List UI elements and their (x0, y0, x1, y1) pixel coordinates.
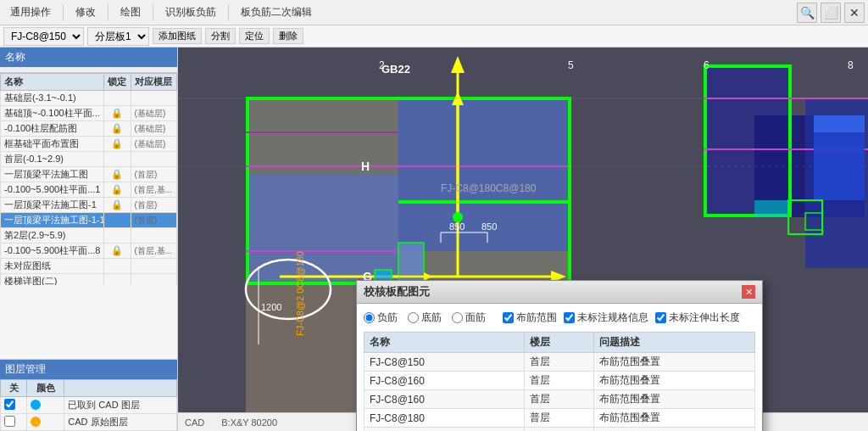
dlg-cell-floor: 普层 (524, 409, 594, 428)
layer-floor: (基础层) (131, 106, 176, 121)
color-label: CAD 原始图层 (64, 414, 177, 431)
menu-modify[interactable]: 修改 (69, 3, 103, 21)
svg-text:5: 5 (568, 59, 574, 71)
split-btn[interactable]: 分割 (205, 28, 236, 44)
col-name: 名称 (1, 74, 104, 91)
cb-range[interactable]: 布筋范围 (503, 311, 557, 325)
locate-btn[interactable]: 定位 (239, 28, 270, 44)
layer-row[interactable]: 一层顶梁平法施工图 🔒 (首层) (1, 167, 177, 182)
layer-lock (104, 152, 131, 167)
dialog-table-row[interactable]: FJ-C8@160 首层 布筋范围叠置 (364, 390, 755, 409)
radio-neg-rebar[interactable]: 负筋 (364, 311, 398, 325)
right-icons: 🔍 ⬜ ✕ (797, 0, 868, 25)
dlg-col-issue: 问题描述 (594, 333, 755, 353)
zoom-icon[interactable]: 🔍 (797, 3, 817, 23)
layer-row[interactable]: 一层顶梁平法施工图-1-1 (首层) (1, 213, 177, 228)
close-icon[interactable]: ✕ (844, 3, 865, 23)
layer-name: -0.100~5.900柱平面...1 (1, 182, 104, 198)
second-toolbar: FJ-C8@150 分层板1 添加图纸 分割 定位 删除 (0, 25, 868, 48)
dlg-cell-issue: 布筋范围叠置 (594, 353, 755, 372)
layer-table: 名称 锁定 对应模层 基础层(-3.1~-0.1) 基础顶~-0.100柱平面.… (0, 73, 177, 285)
layer-lock: 🔒 (104, 121, 131, 137)
dlg-cell-name: FJ-C8@150 (364, 353, 525, 372)
dialog-content: 负筋 底筋 面筋 布筋范围 未标注规格信息 (357, 304, 762, 431)
layer-floor (131, 274, 176, 286)
dlg-cell-floor: 首层 (524, 390, 594, 409)
dlg-cell-name: FJ-C8@160 (364, 372, 525, 390)
layer-lock: 🔒 (104, 198, 131, 213)
layer-row[interactable]: 第2层(2.9~5.9) (1, 228, 177, 243)
layer-floor: (首层,基... (131, 182, 176, 198)
rebar-dropdown[interactable]: FJ-C8@150 (3, 27, 84, 46)
col-check: 关 (1, 380, 27, 397)
dialog-title-bar[interactable]: 校核板配图元 ✕ (357, 281, 762, 304)
svg-rect-52 (814, 132, 865, 200)
layer-name: 楼梯详图(二) (1, 274, 104, 286)
checkbox-group: 布筋范围 未标注规格信息 未标注伸出长度 (503, 311, 740, 325)
color-row: 已取到 CAD 图层 (1, 397, 177, 414)
col-desc (64, 380, 177, 397)
layer-floor: (基础层) (131, 121, 176, 137)
layer-row[interactable]: 基础顶~-0.100柱平面... 🔒 (基础层) (1, 106, 177, 121)
svg-text:FJ-C8@180C8@180: FJ-C8@180C8@180 (441, 182, 537, 194)
window-icon[interactable]: ⬜ (821, 3, 841, 23)
menu-identify[interactable]: 识别板负筋 (159, 3, 223, 21)
menu-general[interactable]: 通用操作 (3, 3, 58, 21)
sep3 (153, 4, 153, 21)
layer-floor: (首层) (131, 167, 176, 182)
delete-btn[interactable]: 删除 (273, 28, 303, 44)
coordinates: B:X&Y 80200 (221, 417, 277, 428)
layer-row[interactable]: -0.100~5.900柱平面...1 🔒 (首层,基... (1, 182, 177, 198)
layer-row[interactable]: 框基础平面布置图 🔒 (基础层) (1, 137, 177, 152)
col-floor: 对应模层 (131, 74, 176, 91)
dialog-table-row[interactable]: FJ-C8@160 首层 布筋范围叠置 (364, 372, 755, 390)
svg-rect-16 (704, 64, 788, 68)
menu-edit2[interactable]: 板负筋二次编辑 (234, 3, 319, 21)
radio-top-rebar[interactable]: 面筋 (452, 311, 486, 325)
color-check-cell[interactable] (1, 414, 27, 431)
layer-lock (104, 259, 131, 274)
layer-scroll[interactable]: 名称 锁定 对应模层 基础层(-3.1~-0.1) 基础顶~-0.100柱平面.… (0, 73, 177, 285)
dialog-table-row[interactable]: FJ-C8@150 首层 布筋范围叠置 (364, 353, 755, 372)
sep1 (63, 4, 64, 21)
radio-top-label: 面筋 (465, 311, 486, 325)
dialog-table-row[interactable]: FJ-C8@180 普层 布筋范围叠置 (364, 409, 755, 428)
svg-rect-14 (704, 64, 707, 217)
svg-rect-10 (246, 97, 249, 285)
layer-row[interactable]: 基础层(-3.1~-0.1) (1, 91, 177, 106)
layer-panel-header: 名称 (0, 48, 177, 67)
radio-row: 负筋 底筋 面筋 布筋范围 未标注规格信息 (364, 311, 755, 325)
svg-text:FJ-C8@2 0C8@180: FJ-C8@2 0C8@180 (295, 251, 305, 336)
dlg-cell-issue: 布筋范围叠置 (594, 428, 755, 432)
layer-row[interactable]: -0.100柱层配筋图 🔒 (基础层) (1, 121, 177, 137)
menu-draw[interactable]: 绘图 (114, 3, 147, 21)
cb-unlabeled-spec[interactable]: 未标注规格信息 (564, 311, 648, 325)
color-table: 关 颜色 已取到 CAD 图层 CAD 原始图层 (0, 379, 177, 431)
layer-lock: 🔒 (104, 243, 131, 259)
cb-unlabeled-extend[interactable]: 未标注伸出长度 (655, 311, 740, 325)
dlg-col-floor: 楼层 (524, 333, 594, 353)
layer-lock: 🔒 (104, 167, 131, 182)
svg-text:850: 850 (449, 221, 465, 232)
layer-lock (104, 91, 131, 106)
layer-floor (131, 152, 176, 167)
layer-dropdown[interactable]: 分层板1 (87, 27, 149, 46)
svg-rect-13 (398, 200, 568, 204)
dialog-close-btn[interactable]: ✕ (742, 285, 755, 299)
radio-bot-rebar[interactable]: 底筋 (408, 311, 442, 325)
dlg-cell-issue: 布筋范围叠置 (594, 390, 755, 409)
validation-dialog: 校核板配图元 ✕ 负筋 底筋 面筋 布筋范围 (356, 280, 763, 431)
layer-row[interactable]: 楼梯详图(二) (1, 274, 177, 286)
add-drawing-btn[interactable]: 添加图纸 (153, 28, 202, 44)
layer-row[interactable]: 首层(-0.1~2.9) (1, 152, 177, 167)
dialog-title-text: 校核板配图元 (364, 284, 430, 299)
dlg-cell-name: FJ-C8@180 (364, 409, 525, 428)
layer-row[interactable]: -0.100~5.900柱平面...8 🔒 (首层,基... (1, 243, 177, 259)
layer-row[interactable]: 未对应图纸 (1, 259, 177, 274)
dlg-col-name: 名称 (364, 333, 525, 353)
layer-floor (131, 228, 176, 243)
dialog-table-row[interactable]: FJ-C8@180 首层 布筋范围叠置 (364, 428, 755, 432)
layer-lock: 🔒 (104, 106, 131, 121)
layer-row[interactable]: 一层顶梁平法施工图-1 🔒 (首层) (1, 198, 177, 213)
color-check-cell[interactable] (1, 397, 27, 414)
